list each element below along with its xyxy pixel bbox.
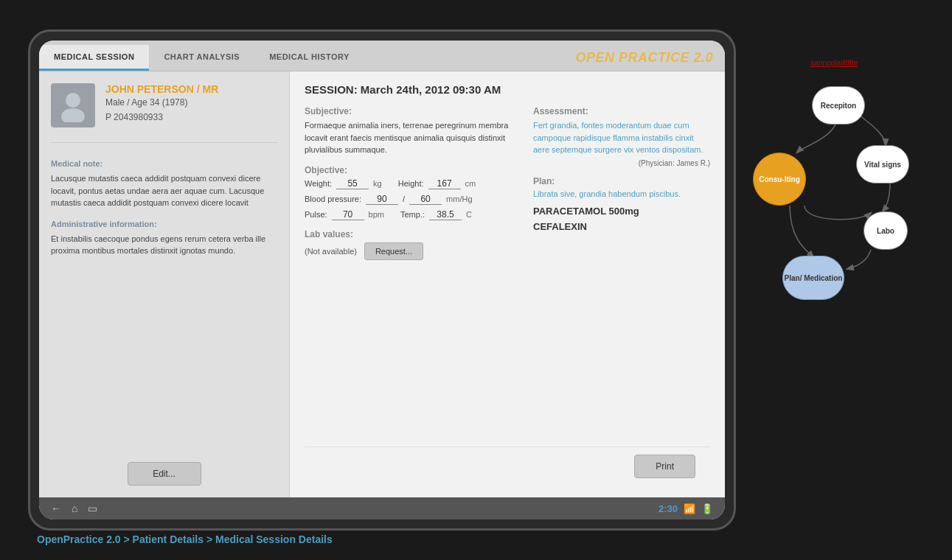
app-title: OPEN PRACTICE 2.0 xyxy=(575,45,725,71)
tab-medical-session[interactable]: MEDICAL SESSION xyxy=(39,45,149,71)
bp-sys-input[interactable] xyxy=(366,194,398,205)
labo-label: Labo xyxy=(877,227,894,235)
patient-phone: P 2043980933 xyxy=(105,112,218,122)
medication-1: PARACETAMOL 500mg xyxy=(533,206,710,217)
vital-label: Vital signs xyxy=(864,161,901,169)
wifi-icon: 📶 xyxy=(684,503,695,514)
consulting-label: Consu-lting xyxy=(759,175,800,183)
admin-info-text: Et instabilis caecoque pondus egens reru… xyxy=(51,233,277,257)
pulse-row: Pulse: bpm Temp.: C xyxy=(305,209,518,220)
patient-info: JOHN PETERSON / MR Male / Age 34 (1978) … xyxy=(105,83,218,122)
battery-icon: 🔋 xyxy=(701,503,713,514)
tab-chart-analysis[interactable]: CHART ANALYSIS xyxy=(149,45,254,71)
workflow-node-labo[interactable]: Labo xyxy=(864,211,908,250)
weight-row: Weight: kg Height: cm xyxy=(305,178,518,189)
weight-label: Weight: xyxy=(305,179,332,188)
workflow-title: aannoplaiiltffte xyxy=(738,59,930,67)
time-display: 2:30 xyxy=(659,503,678,514)
tab-bar: MEDICAL SESSION CHART ANALYSIS MEDICAL H… xyxy=(39,41,725,71)
patient-header: JOHN PETERSON / MR Male / Age 34 (1978) … xyxy=(51,83,277,127)
lab-label: Lab values: xyxy=(305,229,518,239)
pulse-input[interactable] xyxy=(332,209,364,220)
left-column: Subjective: Formaeque animalia iners, te… xyxy=(305,106,518,447)
bp-separator: / xyxy=(403,195,405,203)
status-right: 2:30 📶 🔋 xyxy=(659,503,713,514)
bp-row: Blood pressure: / mm/Hg xyxy=(305,194,518,205)
tab-medical-history[interactable]: MEDICAL HISTORY xyxy=(254,45,364,71)
temp-input[interactable] xyxy=(429,209,462,220)
medication-2: CEFALEXIN xyxy=(533,221,710,232)
main-content: JOHN PETERSON / MR Male / Age 34 (1978) … xyxy=(39,71,725,497)
request-button[interactable]: Request... xyxy=(364,242,423,260)
subjective-label: Subjective: xyxy=(305,106,518,116)
content-columns: Subjective: Formaeque animalia iners, te… xyxy=(305,106,710,447)
height-unit: cm xyxy=(465,179,476,188)
lab-status: (Not available) xyxy=(305,247,357,256)
bp-unit: mm/Hg xyxy=(446,195,472,203)
height-input[interactable] xyxy=(428,178,461,189)
bottom-bar: Print xyxy=(305,447,710,486)
objective-grid: Weight: kg Height: cm Blood pressure: / xyxy=(305,178,518,220)
temp-unit: C xyxy=(466,210,472,219)
workflow-node-vital[interactable]: Vital signs xyxy=(856,145,909,183)
bp-label: Blood pressure: xyxy=(305,195,361,203)
patient-gender-age: Male / Age 34 (1978) xyxy=(105,97,218,108)
divider xyxy=(51,142,277,143)
tablet-frame: MEDICAL SESSION CHART ANALYSIS MEDICAL H… xyxy=(28,29,736,531)
session-title: SESSION: March 24th, 2012 09:30 AM xyxy=(305,83,710,96)
print-button[interactable]: Print xyxy=(634,455,695,478)
patient-name: JOHN PETERSON / MR xyxy=(105,83,218,95)
avatar xyxy=(51,83,95,127)
breadcrumb: OpenPractice 2.0 > Patient Details > Med… xyxy=(37,533,333,545)
plan-label: Plan: xyxy=(533,176,710,186)
assessment-text: Fert grandia, fontes moderantum duae cum… xyxy=(533,119,710,156)
height-label: Height: xyxy=(398,179,424,188)
svg-point-1 xyxy=(61,108,85,122)
tablet-screen: MEDICAL SESSION CHART ANALYSIS MEDICAL H… xyxy=(39,41,725,519)
physician-text: (Physician: James R.) xyxy=(533,159,710,167)
reception-label: Recepiton xyxy=(821,102,856,110)
home-icon[interactable]: ⌂ xyxy=(72,503,77,514)
nav-icons: ← ⌂ ▭ xyxy=(51,503,97,514)
objective-label: Objective: xyxy=(305,165,518,175)
bp-dia-input[interactable] xyxy=(409,194,442,205)
lab-section: Lab values: (Not available) Request... xyxy=(305,229,518,260)
assessment-label: Assessment: xyxy=(533,106,710,116)
weight-input[interactable] xyxy=(336,178,369,189)
medical-note-label: Medical note: xyxy=(51,159,277,168)
workflow-diagram: Recepiton Consu-lting Vital signs Labo P… xyxy=(738,79,930,315)
lab-row: (Not available) Request... xyxy=(305,242,518,260)
admin-info-label: Administrative information: xyxy=(51,220,277,228)
plan-label: Plan/ Medication xyxy=(785,274,843,282)
temp-label: Temp.: xyxy=(400,210,425,219)
subjective-text: Formaeque animalia iners, terrenae pereg… xyxy=(305,119,518,156)
right-panel: SESSION: March 24th, 2012 09:30 AM Subje… xyxy=(290,71,725,497)
workflow-node-plan[interactable]: Plan/ Medication xyxy=(782,256,844,300)
svg-point-0 xyxy=(66,93,80,108)
left-panel: JOHN PETERSON / MR Male / Age 34 (1978) … xyxy=(39,71,290,497)
plan-text: Librata sive, grandia habendum piscibus. xyxy=(533,189,710,198)
workflow-node-consulting[interactable]: Consu-lting xyxy=(753,153,806,206)
right-column: Assessment: Fert grandia, fontes moderan… xyxy=(533,106,710,447)
workflow-node-reception[interactable]: Recepiton xyxy=(812,86,865,125)
back-icon[interactable]: ← xyxy=(51,503,61,514)
pulse-label: Pulse: xyxy=(305,210,327,219)
edit-button[interactable]: Edit... xyxy=(128,462,201,486)
recent-icon[interactable]: ▭ xyxy=(88,503,97,514)
pulse-unit: bpm xyxy=(369,210,384,219)
weight-unit: kg xyxy=(373,179,382,188)
workflow-area: aannoplaiiltffte Recepiton Consu xyxy=(738,59,930,315)
status-bar: ← ⌂ ▭ 2:30 📶 🔋 xyxy=(39,497,725,519)
medical-note-text: Lacusque mutastis caeca addidit postquam… xyxy=(51,172,277,209)
